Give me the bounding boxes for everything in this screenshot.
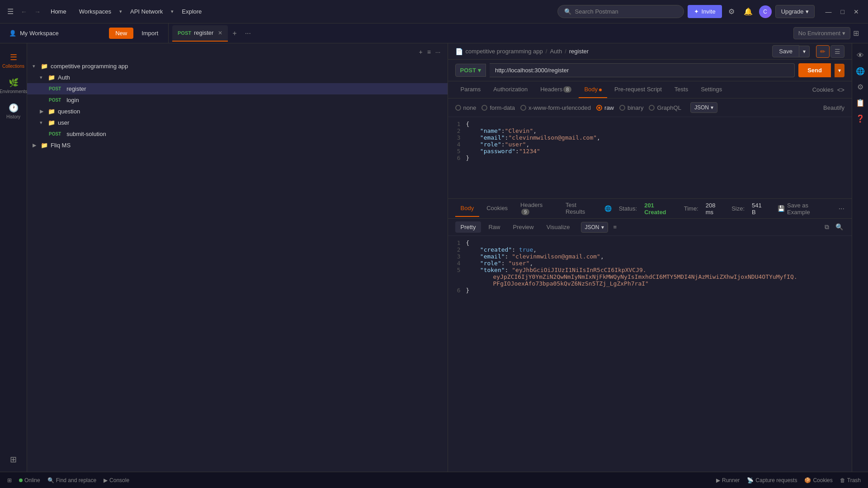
radio-raw[interactable]: raw — [596, 104, 614, 111]
response-body[interactable]: 1 { 2 "created": true, 3 "email": "clevi… — [448, 236, 852, 472]
trash-item[interactable]: 🗑 Trash — [840, 477, 861, 483]
docs-view-button[interactable]: ☰ — [830, 45, 844, 58]
right-eye-icon[interactable]: 👁 — [854, 49, 867, 62]
beautify-button[interactable]: Beautify — [823, 104, 844, 111]
resp-format-selector[interactable]: JSON ▾ — [581, 222, 608, 233]
avatar[interactable]: C — [759, 5, 772, 18]
tab-more-icon[interactable]: ··· — [241, 28, 255, 39]
sidebar-item-collections[interactable]: ☰ Collections — [2, 49, 25, 72]
more-collections-icon[interactable]: ··· — [434, 47, 442, 57]
tree-user-folder[interactable]: ▾ 📁 user — [27, 117, 448, 128]
hamburger-icon[interactable]: ☰ — [5, 5, 15, 18]
resp-view-visualize[interactable]: Visualize — [541, 221, 576, 233]
tree-fliq-ms-item[interactable]: ▶ 📁 Fliq MS — [27, 140, 448, 151]
close-button[interactable]: ✕ — [850, 6, 863, 17]
json-format-selector[interactable]: JSON ▾ — [690, 102, 717, 113]
cookies-button[interactable]: Cookies — [812, 86, 834, 93]
radio-none[interactable]: none — [455, 104, 476, 111]
console-item[interactable]: ▶ Console — [104, 477, 129, 483]
nav-workspaces[interactable]: Workspaces — [75, 5, 116, 18]
sidebar-toggle-icon[interactable]: ⊞ — [851, 27, 861, 39]
resp-tab-body[interactable]: Body — [455, 200, 480, 217]
sidebar-item-apps[interactable]: ⊞ — [2, 451, 25, 468]
breadcrumb-app[interactable]: competitive programming app — [466, 48, 543, 55]
save-example-button[interactable]: 💾 Save as Example — [778, 202, 831, 216]
resp-filter-icon[interactable]: ≡ — [610, 222, 621, 232]
breadcrumb-section[interactable]: Auth — [550, 48, 562, 55]
add-collection-icon[interactable]: + — [417, 47, 424, 57]
tabs-area: POST register ✕ + ··· No Environment ▾ ⊞ — [169, 23, 864, 43]
tab-pre-request[interactable]: Pre-request Script — [609, 81, 667, 98]
runner-item[interactable]: ▶ Runner — [716, 477, 740, 483]
copy-response-icon[interactable]: ⧉ — [823, 222, 830, 232]
tree-question-folder[interactable]: ▶ 📁 question — [27, 106, 448, 117]
method-select[interactable]: POST ▾ — [455, 64, 486, 77]
tab-close-icon[interactable]: ✕ — [218, 30, 222, 36]
tab-register[interactable]: POST register ✕ — [172, 25, 228, 42]
sidebar-item-environments[interactable]: 🌿 Environments — [2, 74, 25, 98]
size-label: Size: — [731, 205, 745, 212]
tab-settings[interactable]: Settings — [695, 81, 727, 98]
sidebar-nav: ☰ Collections 🌿 Environments 🕐 History ⊞ — [0, 43, 27, 472]
tab-params[interactable]: Params — [455, 81, 486, 98]
resp-view-pretty[interactable]: Pretty — [455, 221, 481, 233]
tree-auth-folder[interactable]: ▾ 📁 Auth — [27, 72, 448, 83]
bell-icon[interactable]: 🔔 — [741, 5, 755, 19]
environment-selector[interactable]: No Environment ▾ — [793, 27, 850, 39]
find-replace-item[interactable]: 🔍 Find and replace — [47, 477, 96, 483]
code-icon[interactable]: <> — [837, 86, 844, 94]
upgrade-button[interactable]: Upgrade ▾ — [775, 5, 815, 18]
tree-root-item[interactable]: ▾ 📁 competitive programming app — [27, 61, 448, 72]
send-dropdown-button[interactable]: ▾ — [835, 64, 844, 77]
resp-tab-headers[interactable]: Headers 9 — [515, 197, 558, 221]
right-clipboard-icon[interactable]: 📋 — [853, 96, 868, 110]
tab-authorization[interactable]: Authorization — [488, 81, 533, 98]
capture-item[interactable]: 📡 Capture requests — [747, 477, 797, 483]
search-response-icon[interactable]: 🔍 — [834, 222, 844, 232]
tab-body[interactable]: Body — [579, 81, 607, 98]
tree-login-item[interactable]: POST login — [27, 94, 448, 106]
cookies-status-item[interactable]: 🍪 Cookies — [804, 477, 832, 483]
radio-binary[interactable]: binary — [619, 104, 643, 111]
import-button[interactable]: Import — [137, 28, 163, 39]
radio-graphql[interactable]: GraphQL — [649, 104, 681, 111]
resp-more-icon[interactable]: ··· — [839, 205, 844, 213]
save-button[interactable]: Save — [772, 45, 799, 57]
radio-urlencoded[interactable]: x-www-form-urlencoded — [520, 104, 591, 111]
tree-register-item[interactable]: POST register — [27, 83, 448, 94]
register-label: register — [66, 85, 86, 92]
resp-view-preview[interactable]: Preview — [507, 221, 539, 233]
new-button[interactable]: New — [109, 28, 133, 39]
forward-icon[interactable]: → — [33, 6, 42, 17]
sort-icon[interactable]: ≡ — [426, 47, 432, 57]
layout-icon-item[interactable]: ⊞ — [7, 477, 12, 483]
request-body-editor[interactable]: 1 { 2 "name":"Clevin", 3 "email":"clevin… — [448, 117, 852, 198]
auth-folder-icon: 📁 — [48, 74, 55, 81]
maximize-button[interactable]: □ — [837, 6, 848, 17]
tab-add-icon[interactable]: + — [229, 28, 240, 39]
nav-home[interactable]: Home — [46, 5, 71, 18]
right-globe-icon[interactable]: 🌐 — [853, 64, 868, 78]
nav-api-network[interactable]: API Network — [126, 5, 167, 18]
right-gear-icon[interactable]: ⚙ — [854, 80, 866, 94]
right-help-icon[interactable]: ❓ — [853, 112, 868, 126]
settings-icon[interactable]: ⚙ — [726, 5, 737, 19]
search-bar[interactable]: 🔍 Search Postman — [557, 5, 684, 18]
back-icon[interactable]: ← — [19, 6, 29, 17]
save-dropdown-button[interactable]: ▾ — [799, 46, 810, 57]
tree-submit-solution-item[interactable]: POST submit-solution — [27, 128, 448, 140]
invite-button[interactable]: ✦ Invite — [688, 5, 722, 18]
resp-tab-test-results[interactable]: Test Results — [560, 197, 603, 221]
radio-form-data[interactable]: form-data — [481, 104, 515, 111]
tab-headers[interactable]: Headers8 — [535, 81, 577, 98]
send-button[interactable]: Send — [798, 63, 831, 77]
resp-tab-cookies[interactable]: Cookies — [481, 200, 513, 217]
online-status[interactable]: Online — [19, 477, 40, 483]
edit-view-button[interactable]: ✏ — [816, 45, 830, 58]
url-input[interactable] — [490, 63, 795, 77]
minimize-button[interactable]: — — [822, 6, 835, 17]
tab-tests[interactable]: Tests — [669, 81, 693, 98]
sidebar-item-history[interactable]: 🕐 History — [2, 99, 25, 123]
resp-view-raw[interactable]: Raw — [483, 221, 505, 233]
nav-explore[interactable]: Explore — [177, 5, 206, 18]
